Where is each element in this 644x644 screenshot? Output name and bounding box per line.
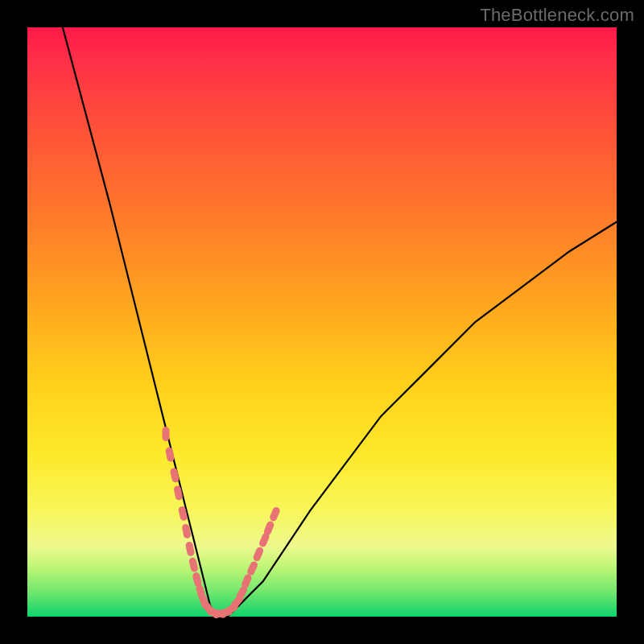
curve-marker — [269, 506, 281, 522]
curve-marker — [246, 560, 259, 576]
curve-marker — [173, 485, 183, 501]
curve-marker — [185, 541, 195, 556]
plot-area — [27, 27, 617, 617]
curve-markers — [163, 427, 282, 620]
curve-marker — [252, 546, 264, 562]
curve-marker — [188, 557, 199, 573]
watermark-text: TheBottleneck.com — [480, 5, 634, 26]
curve-layer — [27, 27, 617, 617]
chart-stage: TheBottleneck.com — [0, 0, 644, 644]
curve-marker — [165, 447, 175, 462]
bottleneck-curve — [63, 27, 617, 617]
curve-marker — [170, 468, 180, 484]
curve-marker — [163, 427, 170, 441]
